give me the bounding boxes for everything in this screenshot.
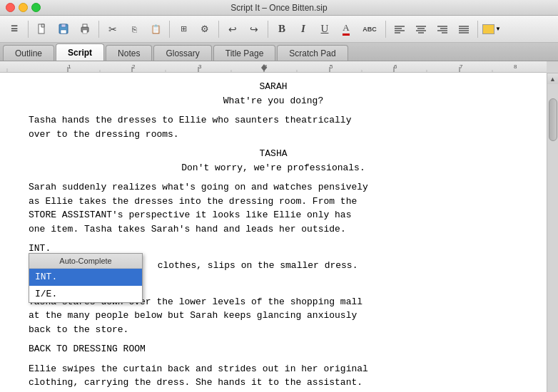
minimize-button[interactable] (19, 3, 28, 12)
redo-button[interactable]: ↪ (244, 19, 264, 39)
svg-marker-38 (261, 64, 267, 71)
print-button[interactable] (75, 19, 95, 39)
separator-7 (477, 21, 478, 38)
save-button[interactable] (54, 19, 73, 39)
color-swatch (482, 24, 494, 34)
color-picker-button[interactable]: ▼ (482, 19, 502, 39)
copy-button[interactable]: ⎘ (124, 19, 144, 39)
separator-3 (169, 21, 170, 38)
tab-title-page[interactable]: Title Page (213, 45, 276, 61)
ruler: 1 2 3 4 5 6 7 8 (0, 61, 547, 73)
separator-6 (385, 21, 386, 38)
scroll-up-button[interactable]: ▲ (547, 73, 559, 84)
scene-heading-back: BACK TO DRESSING ROOM (29, 342, 518, 356)
separator-1 (28, 21, 29, 38)
document-wrapper: 1 2 3 4 5 6 7 8 (0, 61, 558, 392)
cut-button[interactable]: ✂ (103, 19, 123, 39)
svg-rect-2 (61, 24, 66, 27)
dialog-sarah: What're you doing? (29, 94, 518, 108)
align-center-button[interactable] (411, 19, 431, 39)
document-scroll-area: SARAH What're you doing? Tasha hands the… (0, 73, 558, 392)
action-ellie-swipes: Ellie swipes the curtain back and stride… (29, 362, 518, 390)
traffic-lights (6, 3, 41, 12)
tab-glossary[interactable]: Glossary (153, 45, 211, 61)
separator-4 (218, 21, 219, 38)
autocomplete-item-ie[interactable]: I/E. (29, 286, 142, 303)
maximize-button[interactable] (31, 3, 41, 12)
character-name-tasha: TASHA (29, 147, 518, 161)
autocomplete-header: Auto-Complete (29, 254, 142, 269)
scrollbar-track (547, 84, 558, 392)
scrollbar-thumb[interactable] (549, 98, 557, 141)
bold-button[interactable]: B (272, 19, 292, 39)
tab-scratch-pad[interactable]: Scratch Pad (277, 45, 348, 61)
new-button[interactable] (32, 19, 52, 39)
align-right-button[interactable] (432, 19, 452, 39)
scrollbar: ▲ ▼ (547, 73, 558, 392)
ruler-corner (547, 61, 558, 73)
font-color-button[interactable]: A (336, 19, 356, 39)
dialog-tasha: Don't worry, we're professionals. (29, 161, 518, 175)
action-sarah-realizes: Sarah suddenly realizes what's going on … (29, 180, 518, 236)
tools-button[interactable]: ⚙ (195, 19, 215, 39)
svg-rect-5 (83, 24, 87, 27)
leads-word: leads (245, 224, 273, 234)
align-left-button[interactable] (390, 19, 410, 39)
svg-rect-6 (83, 30, 87, 33)
italic-button[interactable]: I (293, 19, 313, 39)
tab-outline[interactable]: Outline (3, 45, 54, 61)
and-word: and (223, 224, 240, 234)
autocomplete-area: I Auto-Complete INT. I/E. clothes, slips… (29, 259, 518, 273)
character-name-sarah: SARAH (29, 80, 518, 94)
watches-word: watches (273, 182, 313, 192)
pages-button[interactable]: ⊞ (173, 19, 193, 39)
window-title: Script It – Once Bitten.sip (230, 3, 327, 13)
action-tasha-dresses: Tasha hands the dresses to Ellie who sau… (29, 113, 518, 141)
align-justify-button[interactable] (454, 19, 474, 39)
toolbar: ☰ ✂ ⎘ 📋 ⊞ ⚙ ↩ ↪ B I U A ABC ▼ (0, 16, 558, 43)
separator-2 (98, 21, 99, 38)
separator-5 (268, 21, 268, 38)
outline-toggle-button[interactable]: ☰ (4, 19, 24, 39)
close-button[interactable] (6, 3, 15, 12)
autocomplete-item-int[interactable]: INT. (29, 269, 142, 286)
tab-script[interactable]: Script (56, 43, 104, 61)
tab-notes[interactable]: Notes (106, 45, 152, 61)
document-content[interactable]: SARAH What're you doing? Tasha hands the… (0, 73, 547, 392)
svg-rect-3 (61, 30, 66, 33)
autocomplete-popup: Auto-Complete INT. I/E. (29, 253, 143, 304)
tabs-bar: Outline Script Notes Glossary Title Page… (0, 43, 558, 61)
title-bar: Script It – Once Bitten.sip (0, 0, 558, 16)
ruler-row: 1 2 3 4 5 6 7 8 (0, 61, 558, 73)
paste-button[interactable]: 📋 (146, 19, 166, 39)
spell-check-button[interactable]: ABC (357, 19, 382, 39)
undo-button[interactable]: ↩ (223, 19, 243, 39)
underline-button[interactable]: U (315, 19, 335, 39)
